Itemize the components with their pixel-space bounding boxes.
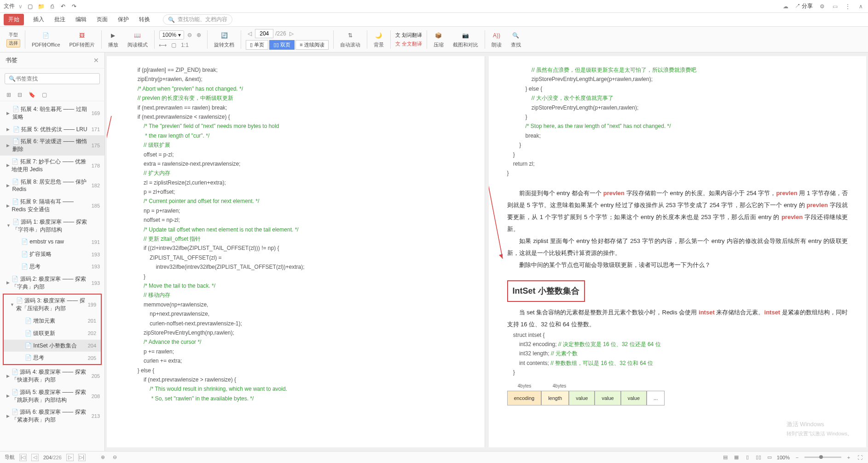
zoom-select[interactable]: 100% ▾ bbox=[159, 30, 185, 40]
settings-icon[interactable]: ⚙ bbox=[818, 3, 826, 10]
code-line: curlen += extra; bbox=[125, 356, 466, 365]
bookmark-icon[interactable]: 🔖 bbox=[29, 92, 35, 98]
menu-protect[interactable]: 保护 bbox=[117, 14, 130, 25]
file-menu[interactable]: 文件 bbox=[4, 2, 15, 10]
expand-all-icon[interactable]: ⊞ bbox=[6, 92, 11, 98]
actual-size-icon[interactable]: 1:1 bbox=[181, 41, 189, 49]
function-search[interactable]: 🔍 查找功能、文档内容 bbox=[163, 14, 232, 25]
redo-icon[interactable]: ↷ bbox=[70, 3, 78, 10]
hand-tool[interactable]: 手型 选择 bbox=[4, 32, 23, 47]
bookmark-item[interactable]: ▶ 📄 源码 5: 极度深寒 —— 探索「跳跃列表」内部结构208 bbox=[0, 386, 104, 406]
bookmark-item[interactable]: ▶ 📄 拓展 8: 居安思危 —— 保护 Redis182 bbox=[0, 176, 104, 196]
pdf-to-image-button[interactable]: 🖼 PDF转图片 bbox=[65, 30, 99, 48]
menubar: 开始 插入 批注 编辑 页面 保护 转换 🔍 查找功能、文档内容 bbox=[0, 13, 868, 27]
main-area: 书签 ✕ 🔍 ⊞ ⊟ 🔖 ▢ ▶ 📄 拓展 4: 朝生暮死 —— 过期策略169… bbox=[0, 52, 868, 451]
last-page-icon[interactable]: ▷| bbox=[78, 454, 86, 461]
background-button[interactable]: 🌙 背景 bbox=[369, 30, 388, 48]
word-translate-button[interactable]: 文 划词翻译 bbox=[395, 32, 422, 39]
bookmark-item[interactable]: ▼ 📄 源码 1: 极度深寒 —— 探索「字符串」内部结构 bbox=[0, 216, 104, 236]
new-icon[interactable]: ▢ bbox=[26, 3, 34, 10]
zoom-in-icon[interactable]: ⊕ bbox=[195, 31, 203, 39]
prev-page-nav-icon[interactable]: ◁ bbox=[31, 454, 39, 461]
cloud-icon[interactable]: ☁ bbox=[782, 3, 789, 10]
zoom-in-status-icon[interactable]: + bbox=[845, 454, 852, 461]
first-page-icon[interactable]: |◁ bbox=[19, 454, 27, 461]
bookmark-item[interactable]: 📄 IntSet 小整数集合204 bbox=[4, 340, 101, 352]
close-sidebar-icon[interactable]: ✕ bbox=[93, 57, 99, 64]
bookmark-item[interactable]: 📄 扩容策略193 bbox=[0, 248, 104, 260]
bookmark-outline-icon[interactable]: ▢ bbox=[42, 92, 47, 98]
bookmark-item[interactable]: ▶ 📄 拓展 5: 优胜劣汰 —— LRU171 bbox=[0, 123, 104, 136]
bookmark-search-input[interactable] bbox=[16, 75, 96, 82]
bookmark-item[interactable]: ▶ 📄 拓展 7: 妙手仁心 —— 优雅地使用 Jedis178 bbox=[0, 156, 104, 176]
zoom-out-icon[interactable]: ⊖ bbox=[186, 31, 193, 39]
menu-start[interactable]: 开始 bbox=[4, 14, 24, 25]
more-icon[interactable]: ⋮ bbox=[844, 3, 851, 10]
view-mode-3-icon[interactable]: ▯ bbox=[744, 454, 751, 461]
page-input[interactable] bbox=[255, 29, 273, 38]
view-mode-2-icon[interactable]: ▦ bbox=[733, 454, 740, 461]
compare-button[interactable]: 📷 截图和对比 bbox=[448, 30, 483, 48]
fit-width-icon[interactable]: ⟷ bbox=[159, 41, 167, 49]
add-bookmark-icon[interactable]: ⊕ bbox=[99, 454, 107, 461]
bookmark-item[interactable]: ▶ 📄 拓展 9: 隔墙有耳 —— Redis 安全通信185 bbox=[0, 196, 104, 216]
fullscreen-icon[interactable]: ⛶ bbox=[856, 454, 863, 461]
undo-icon[interactable]: ↶ bbox=[59, 3, 67, 10]
next-page-icon[interactable]: ▷ bbox=[288, 30, 295, 37]
code-line: return zl; bbox=[507, 159, 848, 168]
share-button[interactable]: ↗ 分享 bbox=[795, 2, 813, 10]
menu-convert[interactable]: 转换 bbox=[138, 14, 151, 25]
view-mode-5-icon[interactable]: ▭ bbox=[766, 454, 773, 461]
find-button[interactable]: 🔍 查找 bbox=[506, 30, 526, 48]
play-button[interactable]: ▶ 播放 bbox=[104, 30, 123, 48]
bookmark-item[interactable]: 📄 增加元素201 bbox=[4, 315, 101, 327]
bookmark-sidebar: 书签 ✕ 🔍 ⊞ ⊟ 🔖 ▢ ▶ 📄 拓展 4: 朝生暮死 —— 过期策略169… bbox=[0, 52, 105, 451]
full-translate-button[interactable]: 文 全文翻译 bbox=[395, 41, 422, 47]
bookmark-item[interactable]: 📄 思考193 bbox=[0, 260, 104, 273]
zoom-slider[interactable] bbox=[804, 457, 841, 458]
bookmark-item[interactable]: ▶ 📄 拓展 4: 朝生暮死 —— 过期策略169 bbox=[0, 103, 104, 123]
compress-button[interactable]: 📦 压缩 bbox=[429, 30, 448, 48]
bookmark-item[interactable]: 📄 embstr vs raw191 bbox=[0, 236, 104, 248]
code-line: curlen-noffset-next.prevrawlensize-1); bbox=[125, 319, 466, 328]
single-page-button[interactable]: ▯ 单页 bbox=[246, 40, 268, 50]
double-page-button[interactable]: ▯▯ 双页 bbox=[269, 40, 295, 50]
code-line: intrev32ifbe(intrev32ifbe(ZIPLIST_TAIL_O… bbox=[125, 262, 466, 272]
bookmark-item[interactable]: 📄 级联更新202 bbox=[4, 327, 101, 340]
menu-page[interactable]: 页面 bbox=[96, 14, 109, 25]
bookmark-item[interactable]: ▶ 📄 源码 2: 极度深寒 —— 探索「字典」内部193 bbox=[0, 273, 104, 293]
bookmark-item[interactable]: 📄 思考205 bbox=[4, 352, 101, 364]
print-icon[interactable]: ⎙ bbox=[48, 3, 56, 10]
menu-annotate[interactable]: 批注 bbox=[53, 14, 66, 25]
remove-bookmark-icon[interactable]: ⊖ bbox=[111, 454, 119, 461]
read-mode-button[interactable]: 📖 阅读模式 bbox=[123, 30, 152, 48]
next-page-nav-icon[interactable]: ▷ bbox=[66, 454, 74, 461]
read-aloud-button[interactable]: A)) 朗读 bbox=[487, 30, 506, 48]
bookmark-item[interactable]: ▼ 📄 源码 3: 极度深寒 —— 探索「压缩列表」内部199 bbox=[4, 295, 101, 315]
code-line: * the raw length of "cur". */ bbox=[125, 131, 466, 140]
menu-edit[interactable]: 编辑 bbox=[75, 14, 87, 25]
skin-icon[interactable]: ▭ bbox=[831, 3, 839, 10]
pdf-to-office-button[interactable]: 📄 PDF转Office bbox=[27, 30, 65, 48]
sidebar-title: 书签 bbox=[6, 56, 17, 64]
bookmark-search[interactable]: 🔍 bbox=[5, 73, 100, 84]
auto-scroll-button[interactable]: ⇅ 自动滚动 bbox=[336, 30, 365, 48]
bookmark-item[interactable]: ▶ 📄 源码 6: 极度深寒 —— 探索「紧凑列表」内部213 bbox=[0, 406, 104, 426]
status-page-current: 204 bbox=[43, 455, 52, 460]
code-line: np = p+rawlen; bbox=[125, 206, 466, 215]
view-mode-1-icon[interactable]: ▤ bbox=[722, 454, 729, 461]
menu-insert[interactable]: 插入 bbox=[32, 14, 45, 25]
code-line: offset = p-zl; bbox=[125, 150, 466, 159]
dropdown-icon[interactable]: ∧ bbox=[857, 3, 864, 10]
zoom-out-status-icon[interactable]: − bbox=[793, 454, 801, 461]
prev-page-icon[interactable]: ◁ bbox=[246, 30, 253, 37]
continuous-button[interactable]: ≡ 连续阅读 bbox=[295, 40, 328, 50]
left-page: if (p[rawlen] == ZIP_END) break; zipEntr… bbox=[107, 56, 485, 447]
rotate-button[interactable]: 🔄 旋转文档 bbox=[209, 30, 239, 48]
fit-page-icon[interactable]: ▢ bbox=[170, 41, 178, 49]
bookmark-item[interactable]: ▶ 📄 拓展 6: 平波缓进 —— 懒惰删除175 bbox=[0, 135, 104, 156]
view-mode-4-icon[interactable]: ▯▯ bbox=[755, 454, 762, 461]
bookmark-item[interactable]: ▶ 📄 源码 4: 极度深寒 —— 探索「快速列表」内部205 bbox=[0, 366, 104, 386]
open-icon[interactable]: 📁 bbox=[37, 3, 45, 10]
collapse-all-icon[interactable]: ⊟ bbox=[17, 92, 22, 98]
